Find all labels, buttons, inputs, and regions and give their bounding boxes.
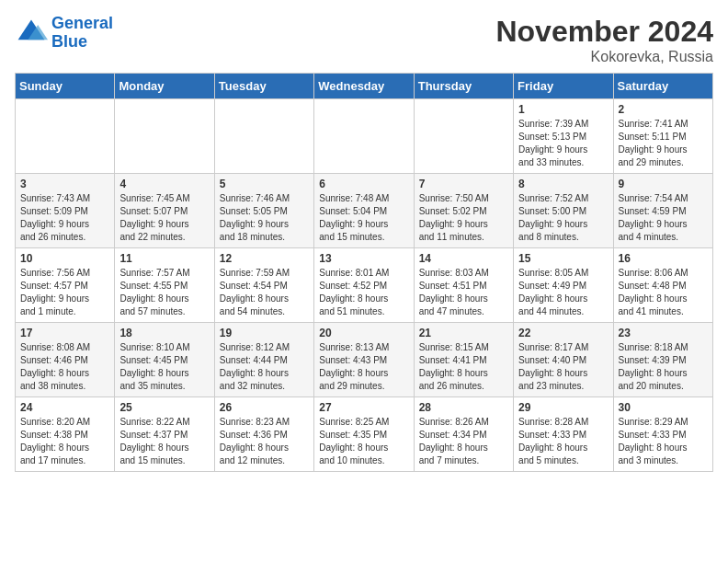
month-title: November 2024 xyxy=(495,15,713,49)
day-cell: 16Sunrise: 8:06 AM Sunset: 4:48 PM Dayli… xyxy=(613,248,712,323)
day-number: 22 xyxy=(518,327,608,339)
weekday-header-saturday: Saturday xyxy=(613,74,712,99)
day-cell: 1Sunrise: 7:39 AM Sunset: 5:13 PM Daylig… xyxy=(514,99,613,174)
day-cell: 29Sunrise: 8:28 AM Sunset: 4:33 PM Dayli… xyxy=(514,397,613,472)
day-number: 27 xyxy=(319,401,408,414)
day-info: Sunrise: 8:25 AM Sunset: 4:35 PM Dayligh… xyxy=(319,416,408,467)
day-cell: 23Sunrise: 8:18 AM Sunset: 4:39 PM Dayli… xyxy=(613,323,712,397)
day-info: Sunrise: 8:10 AM Sunset: 4:45 PM Dayligh… xyxy=(119,341,209,393)
day-info: Sunrise: 8:08 AM Sunset: 4:46 PM Dayligh… xyxy=(20,341,109,393)
day-info: Sunrise: 7:41 AM Sunset: 5:11 PM Dayligh… xyxy=(619,118,708,169)
weekday-header-sunday: Sunday xyxy=(16,74,115,99)
day-number: 25 xyxy=(119,401,209,414)
day-cell: 4Sunrise: 7:45 AM Sunset: 5:07 PM Daylig… xyxy=(115,174,214,248)
day-number: 23 xyxy=(619,327,708,339)
day-cell: 10Sunrise: 7:56 AM Sunset: 4:57 PM Dayli… xyxy=(16,248,115,323)
day-info: Sunrise: 8:22 AM Sunset: 4:37 PM Dayligh… xyxy=(119,416,209,467)
day-number: 21 xyxy=(419,327,508,339)
day-cell: 22Sunrise: 8:17 AM Sunset: 4:40 PM Dayli… xyxy=(514,323,613,397)
day-info: Sunrise: 8:01 AM Sunset: 4:52 PM Dayligh… xyxy=(319,267,408,318)
day-cell xyxy=(214,99,313,174)
weekday-header-thursday: Thursday xyxy=(414,74,513,99)
day-info: Sunrise: 7:46 AM Sunset: 5:05 PM Dayligh… xyxy=(220,192,309,244)
weekday-header-friday: Friday xyxy=(514,74,613,99)
day-number: 13 xyxy=(319,252,408,265)
logo-icon xyxy=(15,17,48,50)
day-info: Sunrise: 8:15 AM Sunset: 4:41 PM Dayligh… xyxy=(419,341,508,393)
day-cell xyxy=(115,99,214,174)
day-number: 30 xyxy=(619,401,708,414)
day-cell xyxy=(16,99,115,174)
day-number: 17 xyxy=(20,327,109,339)
day-info: Sunrise: 8:18 AM Sunset: 4:39 PM Dayligh… xyxy=(619,341,708,393)
day-number: 12 xyxy=(220,252,309,265)
title-block: November 2024 Kokorevka, Russia xyxy=(495,15,713,65)
day-info: Sunrise: 7:57 AM Sunset: 4:55 PM Dayligh… xyxy=(119,267,209,318)
weekday-header-wednesday: Wednesday xyxy=(314,74,414,99)
week-row-2: 3Sunrise: 7:43 AM Sunset: 5:09 PM Daylig… xyxy=(16,174,713,248)
day-info: Sunrise: 8:03 AM Sunset: 4:51 PM Dayligh… xyxy=(419,267,508,318)
day-number: 3 xyxy=(20,178,109,190)
day-cell: 2Sunrise: 7:41 AM Sunset: 5:11 PM Daylig… xyxy=(613,99,712,174)
day-cell: 5Sunrise: 7:46 AM Sunset: 5:05 PM Daylig… xyxy=(214,174,313,248)
day-number: 4 xyxy=(119,178,209,190)
page-header: General Blue November 2024 Kokorevka, Ru… xyxy=(15,15,713,65)
day-number: 11 xyxy=(119,252,209,265)
day-info: Sunrise: 7:52 AM Sunset: 5:00 PM Dayligh… xyxy=(518,192,608,244)
day-cell: 18Sunrise: 8:10 AM Sunset: 4:45 PM Dayli… xyxy=(115,323,214,397)
day-cell: 14Sunrise: 8:03 AM Sunset: 4:51 PM Dayli… xyxy=(414,248,513,323)
day-cell: 25Sunrise: 8:22 AM Sunset: 4:37 PM Dayli… xyxy=(115,397,214,472)
day-cell xyxy=(314,99,414,174)
day-cell: 19Sunrise: 8:12 AM Sunset: 4:44 PM Dayli… xyxy=(214,323,313,397)
day-number: 1 xyxy=(518,103,608,116)
day-number: 18 xyxy=(119,327,209,339)
day-info: Sunrise: 7:39 AM Sunset: 5:13 PM Dayligh… xyxy=(518,118,608,169)
logo: General Blue xyxy=(15,15,113,52)
week-row-3: 10Sunrise: 7:56 AM Sunset: 4:57 PM Dayli… xyxy=(16,248,713,323)
day-cell: 7Sunrise: 7:50 AM Sunset: 5:02 PM Daylig… xyxy=(414,174,513,248)
location: Kokorevka, Russia xyxy=(495,49,713,65)
day-number: 15 xyxy=(518,252,608,265)
day-number: 29 xyxy=(518,401,608,414)
day-cell: 28Sunrise: 8:26 AM Sunset: 4:34 PM Dayli… xyxy=(414,397,513,472)
day-info: Sunrise: 8:13 AM Sunset: 4:43 PM Dayligh… xyxy=(319,341,408,393)
day-info: Sunrise: 8:05 AM Sunset: 4:49 PM Dayligh… xyxy=(518,267,608,318)
day-number: 20 xyxy=(319,327,408,339)
day-info: Sunrise: 7:54 AM Sunset: 4:59 PM Dayligh… xyxy=(619,192,708,244)
day-info: Sunrise: 8:23 AM Sunset: 4:36 PM Dayligh… xyxy=(220,416,309,467)
week-row-4: 17Sunrise: 8:08 AM Sunset: 4:46 PM Dayli… xyxy=(16,323,713,397)
day-info: Sunrise: 8:20 AM Sunset: 4:38 PM Dayligh… xyxy=(20,416,109,467)
day-info: Sunrise: 8:28 AM Sunset: 4:33 PM Dayligh… xyxy=(518,416,608,467)
weekday-header-monday: Monday xyxy=(115,74,214,99)
day-cell: 11Sunrise: 7:57 AM Sunset: 4:55 PM Dayli… xyxy=(115,248,214,323)
day-cell xyxy=(414,99,513,174)
week-row-5: 24Sunrise: 8:20 AM Sunset: 4:38 PM Dayli… xyxy=(16,397,713,472)
week-row-1: 1Sunrise: 7:39 AM Sunset: 5:13 PM Daylig… xyxy=(16,99,713,174)
day-number: 16 xyxy=(619,252,708,265)
day-cell: 3Sunrise: 7:43 AM Sunset: 5:09 PM Daylig… xyxy=(16,174,115,248)
day-number: 10 xyxy=(20,252,109,265)
day-number: 24 xyxy=(20,401,109,414)
day-number: 14 xyxy=(419,252,508,265)
day-cell: 8Sunrise: 7:52 AM Sunset: 5:00 PM Daylig… xyxy=(514,174,613,248)
day-cell: 20Sunrise: 8:13 AM Sunset: 4:43 PM Dayli… xyxy=(314,323,414,397)
day-info: Sunrise: 8:26 AM Sunset: 4:34 PM Dayligh… xyxy=(419,416,508,467)
logo-line2: Blue xyxy=(51,32,87,51)
weekday-header-tuesday: Tuesday xyxy=(214,74,313,99)
day-info: Sunrise: 7:50 AM Sunset: 5:02 PM Dayligh… xyxy=(419,192,508,244)
day-info: Sunrise: 7:45 AM Sunset: 5:07 PM Dayligh… xyxy=(119,192,209,244)
day-cell: 12Sunrise: 7:59 AM Sunset: 4:54 PM Dayli… xyxy=(214,248,313,323)
day-info: Sunrise: 8:06 AM Sunset: 4:48 PM Dayligh… xyxy=(619,267,708,318)
day-cell: 24Sunrise: 8:20 AM Sunset: 4:38 PM Dayli… xyxy=(16,397,115,472)
day-cell: 27Sunrise: 8:25 AM Sunset: 4:35 PM Dayli… xyxy=(314,397,414,472)
day-number: 28 xyxy=(419,401,508,414)
day-info: Sunrise: 8:12 AM Sunset: 4:44 PM Dayligh… xyxy=(220,341,309,393)
day-info: Sunrise: 7:48 AM Sunset: 5:04 PM Dayligh… xyxy=(319,192,408,244)
logo-text: General Blue xyxy=(51,15,113,52)
day-info: Sunrise: 7:56 AM Sunset: 4:57 PM Dayligh… xyxy=(20,267,109,318)
day-number: 6 xyxy=(319,178,408,190)
day-number: 9 xyxy=(619,178,708,190)
day-cell: 15Sunrise: 8:05 AM Sunset: 4:49 PM Dayli… xyxy=(514,248,613,323)
day-cell: 26Sunrise: 8:23 AM Sunset: 4:36 PM Dayli… xyxy=(214,397,313,472)
day-cell: 6Sunrise: 7:48 AM Sunset: 5:04 PM Daylig… xyxy=(314,174,414,248)
